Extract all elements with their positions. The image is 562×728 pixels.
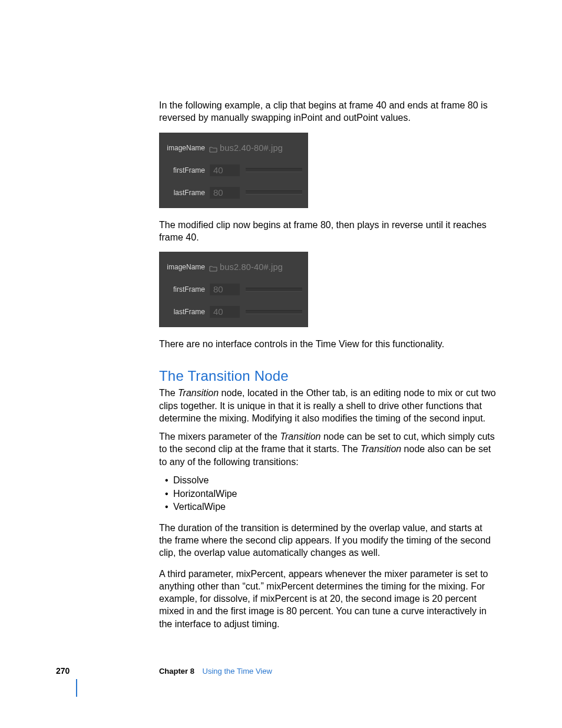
text: The mixers parameter of the (159, 431, 280, 442)
italic-transition: Transition (280, 431, 320, 442)
label-firstframe: firstFrame (159, 285, 209, 294)
footer-rule (76, 679, 77, 697)
folder-icon[interactable] (209, 263, 217, 271)
paragraph-mixpercent: A third parameter, mixPercent, appears w… (159, 568, 498, 630)
list-item: HorizontalWipe (165, 487, 498, 500)
label-firstframe: firstFrame (159, 166, 209, 174)
text: The (159, 388, 178, 398)
slider-firstframe[interactable] (246, 168, 302, 172)
chapter-title: Using the Time View (203, 667, 272, 676)
slider-firstframe[interactable] (246, 288, 302, 292)
value-firstframe[interactable]: 40 (210, 164, 240, 176)
label-imagename: imageName (159, 263, 209, 271)
page-number: 270 (56, 666, 70, 676)
slider-lastframe[interactable] (246, 190, 302, 195)
list-item: Dissolve (165, 474, 498, 487)
paragraph-intro: In the following example, a clip that be… (159, 99, 498, 124)
italic-transition: Transition (361, 444, 401, 454)
paragraph-duration: The duration of the transition is determ… (159, 522, 498, 559)
italic-transition: Transition (178, 388, 219, 398)
page: In the following example, a clip that be… (0, 0, 562, 728)
parameter-panel-1: imageName bus2.40-80#.jpg firstFrame 40 … (159, 133, 308, 208)
label-lastframe: lastFrame (159, 308, 209, 316)
label-imagename: imageName (159, 144, 209, 152)
content-column: In the following example, a clip that be… (159, 99, 498, 638)
chapter-label: Chapter 8 (159, 667, 194, 676)
row-imagename: imageName bus2.80-40#.jpg (159, 256, 308, 278)
paragraph-transition-intro: The Transition node, located in the Othe… (159, 387, 498, 424)
value-lastframe[interactable]: 80 (210, 187, 240, 199)
label-lastframe: lastFrame (159, 189, 209, 197)
value-lastframe[interactable]: 40 (210, 306, 240, 318)
paragraph-mixers: The mixers parameter of the Transition n… (159, 430, 498, 468)
heading-transition-node: The Transition Node (159, 368, 498, 384)
transition-list: Dissolve HorizontalWipe VerticalWipe (159, 474, 498, 513)
value-imagename: bus2.80-40#.jpg (220, 262, 283, 272)
row-imagename: imageName bus2.40-80#.jpg (159, 137, 308, 159)
slider-lastframe[interactable] (246, 310, 302, 314)
row-firstframe: firstFrame 40 (159, 159, 308, 182)
value-firstframe[interactable]: 80 (210, 284, 240, 295)
row-lastframe: lastFrame 80 (159, 182, 308, 204)
paragraph-nocontrols: There are no interface controls in the T… (159, 338, 498, 350)
page-footer: 270 Chapter 8 Using the Time View (56, 666, 504, 676)
value-imagename: bus2.40-80#.jpg (220, 143, 283, 153)
list-item: VerticalWipe (165, 500, 498, 513)
parameter-panel-2: imageName bus2.80-40#.jpg firstFrame 80 … (159, 252, 308, 327)
paragraph-modified: The modified clip now begins at frame 80… (159, 219, 498, 244)
row-lastframe: lastFrame 40 (159, 301, 308, 323)
row-firstframe: firstFrame 80 (159, 278, 308, 301)
folder-icon[interactable] (209, 144, 217, 151)
